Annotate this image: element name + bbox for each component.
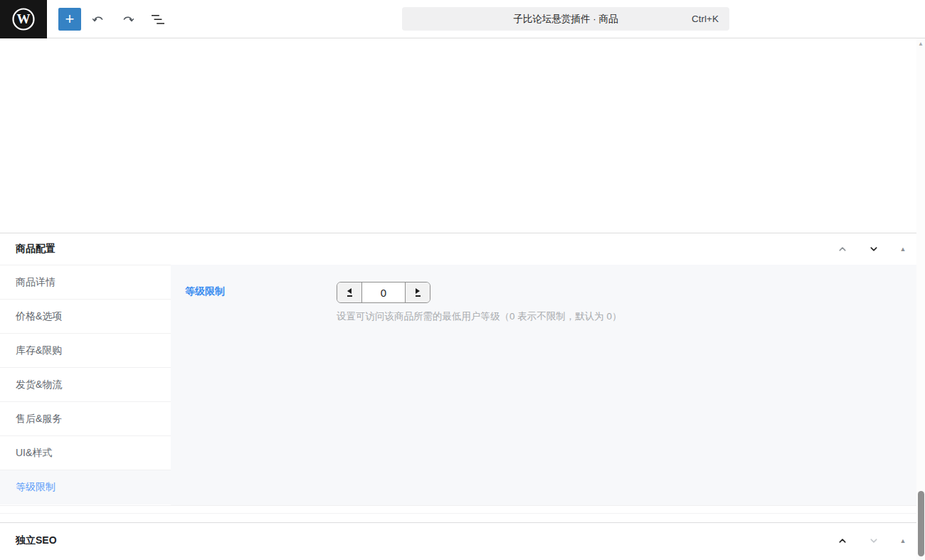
stepper-decrement-button[interactable] [337, 282, 361, 302]
editor-topbar: W + 子比论坛悬赏插件 · 商品 Ctrl+K [0, 0, 925, 38]
redo-button[interactable] [115, 6, 141, 32]
level-restriction-label: 等级限制 [185, 282, 337, 491]
chevron-down-icon [867, 243, 880, 255]
undo-icon [90, 11, 107, 28]
command-bar-shortcut: Ctrl+K [692, 14, 719, 24]
product-config-header: 商品配置 ▲ [0, 233, 925, 265]
collapse-toggle-icon[interactable]: ▲ [898, 244, 908, 254]
tab-stock-limit[interactable]: 库存&限购 [0, 334, 171, 368]
wordpress-logo-icon: W [11, 7, 36, 31]
tab-shipping-logistics[interactable]: 发货&物流 [0, 368, 171, 402]
seo-controls: ▲ [835, 534, 908, 548]
section-title-seo: 独立SEO [16, 534, 57, 547]
command-bar[interactable]: 子比论坛悬赏插件 · 商品 Ctrl+K [402, 7, 729, 31]
underline-mark [347, 295, 352, 297]
move-down-button[interactable] [867, 534, 881, 548]
product-config-controls: ▲ [835, 242, 908, 256]
stepper-value-input[interactable]: 0 [361, 282, 406, 302]
redo-icon [120, 11, 137, 28]
move-up-button[interactable] [835, 534, 850, 548]
level-restriction-help-text: 设置可访问该商品所需的最低用户等级（0 表示不限制，默认为 0） [337, 310, 622, 323]
level-restriction-panel: 等级限制 0 设置可访问该商品所需的最低用户等级（0 表示不限制，默认 [171, 265, 925, 505]
scrollbar-up-arrow-icon[interactable]: ▲ [917, 40, 924, 47]
move-down-button[interactable] [867, 242, 881, 256]
underline-mark [416, 295, 421, 297]
document-overview-button[interactable] [145, 6, 171, 32]
undo-button[interactable] [85, 6, 111, 32]
tab-level-restriction[interactable]: 等级限制 [0, 470, 171, 504]
level-restriction-control: 0 设置可访问该商品所需的最低用户等级（0 表示不限制，默认为 0） [337, 282, 622, 491]
section-separator [0, 513, 925, 514]
section-title-product-config: 商品配置 [16, 243, 56, 255]
tab-ui-style[interactable]: UI&样式 [0, 436, 171, 470]
triangle-left-icon [347, 288, 352, 294]
vertical-scrollbar[interactable]: ▲ [916, 38, 925, 560]
editor-canvas: 商品配置 ▲ 商品详情 价格&选项 库存&限购 [0, 38, 925, 560]
command-bar-title: 子比论坛悬赏插件 · 商品 [514, 13, 618, 26]
seo-section: 独立SEO ▲ [0, 522, 925, 559]
product-config-body: 商品详情 价格&选项 库存&限购 发货&物流 售后&服务 UI&样式 等级限制 … [0, 265, 925, 506]
scrollbar-thumb[interactable] [918, 491, 924, 556]
seo-header: 独立SEO ▲ [0, 523, 925, 559]
chevron-up-icon [836, 243, 849, 255]
tab-product-details[interactable]: 商品详情 [0, 265, 171, 300]
block-inserter-button[interactable]: + [58, 8, 81, 31]
wordpress-logo-button[interactable]: W [0, 0, 47, 38]
plus-icon: + [65, 10, 75, 28]
triangle-right-icon [416, 288, 420, 294]
empty-editor-area [0, 38, 925, 233]
chevron-up-icon [836, 534, 849, 547]
tab-price-options[interactable]: 价格&选项 [0, 300, 171, 334]
stepper-increment-button[interactable] [406, 282, 430, 302]
tab-aftersale-service[interactable]: 售后&服务 [0, 402, 171, 436]
level-stepper: 0 [337, 282, 430, 303]
chevron-down-icon [867, 534, 880, 547]
product-config-section: 商品配置 ▲ 商品详情 价格&选项 库存&限购 [0, 233, 925, 506]
list-view-icon [149, 11, 166, 28]
move-up-button[interactable] [835, 242, 850, 256]
collapse-toggle-icon[interactable]: ▲ [898, 536, 908, 546]
product-config-tab-list: 商品详情 价格&选项 库存&限购 发货&物流 售后&服务 UI&样式 等级限制 [0, 265, 171, 505]
svg-text:W: W [17, 11, 31, 26]
